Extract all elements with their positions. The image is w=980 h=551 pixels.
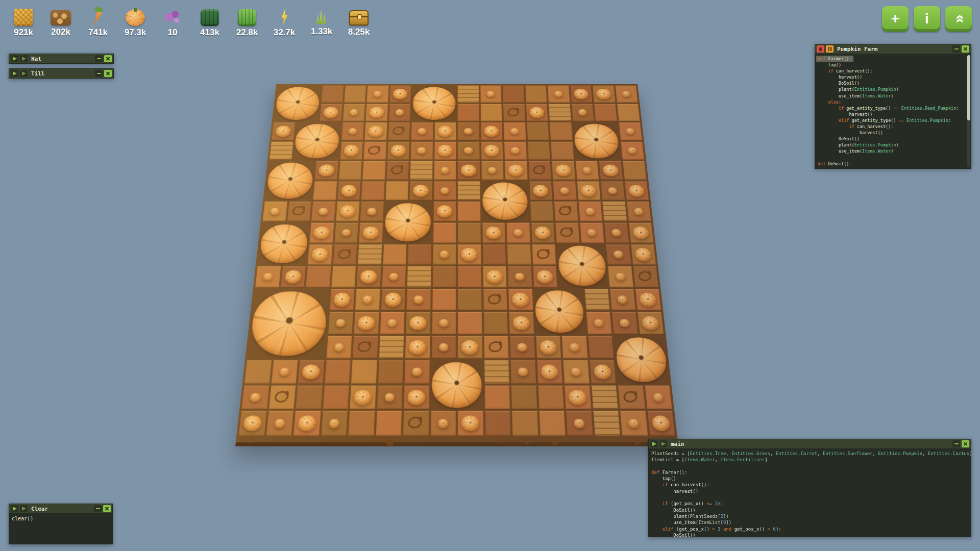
soil-tile[interactable] (525, 85, 547, 103)
wood-tile[interactable] (591, 385, 619, 410)
code-line[interactable]: DoSoil() (651, 507, 968, 513)
close-icon[interactable] (104, 70, 112, 77)
soil-tile[interactable] (620, 141, 645, 160)
soil-tile[interactable] (457, 141, 480, 160)
close-icon[interactable] (962, 440, 969, 447)
soil-tile[interactable] (457, 161, 480, 180)
code-line[interactable]: if get_entity_type() == Entities.Dead_Pu… (818, 105, 968, 111)
soil-tile[interactable] (483, 289, 508, 311)
soil-tile[interactable] (255, 266, 281, 287)
code-line[interactable]: def Farmer(): (651, 469, 968, 475)
soil-tile[interactable] (528, 161, 551, 180)
window-main-titlebar[interactable]: main (648, 439, 971, 449)
minimize-icon[interactable] (952, 45, 960, 53)
soil-tile[interactable] (349, 385, 376, 410)
soil-tile[interactable] (366, 85, 389, 103)
soil-tile[interactable] (339, 141, 363, 160)
soil-tile[interactable] (295, 385, 323, 410)
soil-tile[interactable] (622, 161, 647, 180)
soil-tile[interactable] (508, 289, 533, 311)
run-fast-button[interactable] (659, 440, 667, 447)
resource-wood[interactable]: 202k (48, 7, 73, 38)
soil-tile[interactable] (555, 222, 580, 243)
soil-tile[interactable] (579, 222, 604, 243)
soil-tile[interactable] (618, 122, 642, 141)
soil-tile[interactable] (434, 122, 456, 141)
soil-tile[interactable] (632, 266, 659, 287)
soil-tile[interactable] (388, 104, 411, 121)
soil-tile[interactable] (481, 161, 504, 180)
resource-carrot[interactable]: 741k (86, 7, 110, 38)
soil-tile[interactable] (457, 122, 480, 141)
code-line[interactable]: DoSoil() (818, 136, 968, 142)
info-button[interactable]: i (914, 6, 940, 32)
soil-tile[interactable] (503, 104, 525, 121)
soil-tile[interactable] (430, 411, 456, 436)
soil-tile[interactable] (244, 360, 272, 384)
soil-tile[interactable] (386, 161, 409, 180)
run-button[interactable] (11, 505, 18, 512)
soil-tile[interactable] (535, 336, 561, 359)
soil-tile[interactable] (265, 411, 294, 436)
wood-tile[interactable] (269, 141, 293, 160)
resource-hay[interactable]: 921k (11, 7, 36, 38)
soil-tile[interactable] (504, 161, 528, 180)
soil-tile[interactable] (502, 85, 525, 103)
code-line[interactable]: def Farmer(): (816, 56, 853, 62)
soil-tile[interactable] (406, 289, 431, 311)
soil-tile[interactable] (562, 360, 590, 384)
big-pumpkin[interactable] (273, 85, 321, 121)
window-till-titlebar[interactable]: Till (9, 68, 114, 79)
soil-tile[interactable] (431, 312, 456, 335)
minimize-icon[interactable] (952, 440, 960, 447)
soil-tile[interactable] (510, 360, 536, 384)
soil-tile[interactable] (547, 85, 570, 103)
soil-tile[interactable] (410, 141, 433, 160)
code-line[interactable]: if can_harvest(): (651, 482, 968, 488)
code-line[interactable]: plant(Entities.Pumpkin) (818, 142, 968, 148)
wood-tile[interactable] (410, 161, 433, 180)
soil-tile[interactable] (432, 266, 456, 287)
soil-tile[interactable] (509, 336, 535, 359)
stop-button[interactable] (817, 45, 824, 53)
scrollbar-thumb[interactable] (967, 55, 970, 120)
soil-tile[interactable] (382, 244, 407, 265)
soil-tile[interactable] (324, 360, 351, 384)
soil-tile[interactable] (320, 104, 343, 121)
code-line[interactable] (651, 463, 968, 469)
soil-tile[interactable] (571, 104, 595, 121)
big-pumpkin[interactable] (264, 161, 315, 201)
soil-tile[interactable] (313, 181, 337, 201)
code-line[interactable]: plant(Entities.Pumpkin) (818, 86, 968, 92)
collapse-all-button[interactable]: » (945, 6, 972, 32)
code-line[interactable]: use_item(Items.Water) (818, 93, 968, 99)
soil-tile[interactable] (352, 336, 378, 359)
soil-tile[interactable] (358, 222, 383, 243)
soil-tile[interactable] (326, 336, 352, 359)
soil-tile[interactable] (589, 360, 616, 384)
soil-tile[interactable] (564, 385, 592, 410)
soil-tile[interactable] (578, 202, 603, 221)
code-line[interactable] (818, 155, 968, 161)
soil-tile[interactable] (599, 161, 623, 180)
code-line[interactable]: harvest() (651, 488, 968, 494)
soil-tile[interactable] (604, 222, 629, 243)
soil-tile[interactable] (457, 312, 482, 335)
big-pumpkin[interactable] (556, 244, 608, 288)
soil-tile[interactable] (360, 202, 384, 221)
farm-grid[interactable] (235, 84, 678, 446)
soil-tile[interactable] (554, 202, 578, 221)
scrollbar[interactable] (967, 55, 970, 167)
code-line[interactable]: elif get_entity_type() == Entities.Pumpk… (818, 117, 968, 123)
code-line[interactable]: harvest() (818, 111, 968, 117)
soil-tile[interactable] (271, 360, 298, 384)
soil-tile[interactable] (314, 161, 338, 180)
code-line[interactable]: ItemList = [Items.Water, Items.Fertilize… (651, 457, 968, 463)
soil-tile[interactable] (457, 266, 482, 287)
resource-weird_substance[interactable]: 10 (160, 7, 185, 38)
soil-tile[interactable] (433, 181, 456, 201)
soil-tile[interactable] (364, 122, 387, 141)
soil-tile[interactable] (307, 244, 333, 265)
run-fast-button[interactable] (20, 505, 28, 512)
soil-tile[interactable] (385, 181, 408, 201)
